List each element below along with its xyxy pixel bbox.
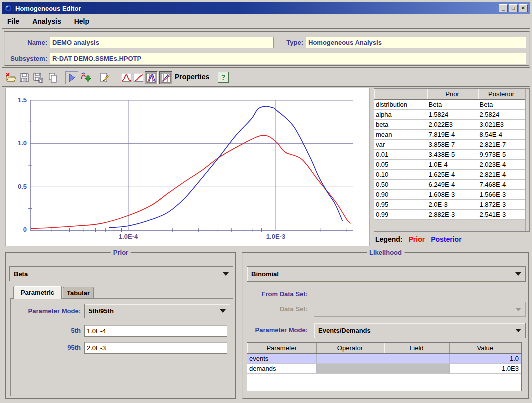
menu-file[interactable]: File [7,17,19,25]
y-tick-0: 0 [7,225,27,234]
pdf-curve-icon [121,72,132,83]
help-button[interactable]: ? [218,72,229,83]
y-tick-1-5: 1.5 [7,96,27,105]
stats-header-posterior: Posterior [478,89,525,99]
name-label: Name: [5,37,47,48]
tab-tabular[interactable]: Tabular [63,287,94,299]
chevron-down-icon [515,272,521,276]
tab-tabular-label: Tabular [67,289,90,297]
p5-field[interactable] [84,325,227,337]
table-row: alpha1.58242.5824 [374,109,525,119]
demands-parameter-cell[interactable]: demands [247,363,316,373]
x-tick-1e-3: 1.0E-3 [256,233,296,240]
legend-label: Legend: [375,235,402,243]
events-value-cell[interactable]: 1.0 [449,353,521,363]
save-button[interactable] [18,71,31,84]
type-field[interactable] [306,37,526,48]
table-row: 0.901.608E-31.566E-3 [374,189,525,199]
param-header-value: Value [449,343,521,353]
table-row: mean7.819E-48.54E-4 [374,129,525,139]
p95-field[interactable] [84,342,227,354]
edit-button[interactable] [98,71,111,84]
run-analysis-button[interactable] [65,71,78,84]
demands-value-cell[interactable]: 1.0E3 [449,363,521,373]
close-file-button[interactable] [4,71,17,84]
param-table-header-row: Parameter Operator Field Value [247,343,521,353]
table-row: 0.506.249E-47.468E-4 [374,179,525,189]
param-header-operator: Operator [316,343,384,353]
close-button[interactable]: ✕ [519,4,528,12]
likelihood-parameter-table: Parameter Operator Field Value events 1.… [247,342,522,391]
likelihood-panel: Likelihood Binomial From Data Set: Data … [242,252,529,399]
save-as-button[interactable] [32,71,45,84]
stats-table-scrollbar [525,89,530,231]
update-data-icon [80,72,91,83]
pdf-both-plot-button[interactable] [145,71,158,84]
cdf-both-plot-button[interactable] [159,71,172,84]
demands-operator-cell [316,363,384,373]
table-row: 0.051.0E-42.023E-4 [374,159,525,169]
data-set-select [314,302,526,317]
events-parameter-cell[interactable]: events [247,353,316,363]
param-header-field: Field [384,343,449,353]
legend-posterior: Posterior [431,235,461,243]
close-file-icon [5,72,16,83]
likelihood-distribution-select[interactable]: Binomial [247,266,526,282]
toolbar: Properties ? [2,67,530,87]
copy-button[interactable] [46,71,59,84]
p95-label: 95th [11,344,81,351]
chevron-down-icon [223,272,229,276]
pdf-plot-button[interactable] [120,71,133,84]
menu-help[interactable]: Help [74,17,89,25]
name-field[interactable] [50,37,274,48]
p5-label: 5th [11,327,81,334]
from-data-set-checkbox[interactable] [314,290,321,297]
prior-parameter-mode-select[interactable]: 5th/95th [84,304,230,318]
prior-distribution-select[interactable]: Beta [9,266,233,281]
param-row-demands[interactable]: demands 1.0E3 [247,363,521,373]
save-icon [19,72,30,83]
chevron-down-icon [220,309,226,313]
chart-legend: Legend: Prior Posterior [375,235,462,243]
cdf-curve-icon [133,72,144,83]
parameter-mode-label: Parameter Mode: [11,307,81,315]
subsystem-label: Subsystem: [5,53,47,64]
title-bar: Homogeneous Editor _ □ ✕ [2,2,530,14]
prior-parameter-mode-value: 5th/95th [89,307,114,315]
cdf-plot-button[interactable] [132,71,145,84]
events-field-cell [384,353,449,363]
prior-panel-title: Prior [111,249,131,256]
table-row: distributionBetaBeta [374,99,525,109]
stats-table: Prior Posterior distributionBetaBeta alp… [374,89,525,220]
pdf-both-curves-icon [146,72,157,83]
table-row: 0.013.438E-59.973E-5 [374,149,525,159]
chevron-down-icon [515,308,521,311]
properties-button[interactable]: Properties [175,73,209,81]
edit-icon [99,72,110,83]
window-title: Homogeneous Editor [15,5,499,12]
data-set-label: Data Set: [243,305,308,313]
app-icon [4,4,12,12]
legend-prior: Prior [408,235,425,243]
tab-parametric[interactable]: Parametric [13,286,62,299]
tab-parametric-label: Parametric [21,289,54,296]
likelihood-parameter-mode-select[interactable]: Events/Demands [314,323,526,338]
subsystem-field[interactable] [50,53,526,64]
table-row: 0.101.625E-42.821E-4 [374,169,525,179]
param-row-events[interactable]: events 1.0 [247,353,521,363]
events-operator-cell [316,353,384,363]
table-row: 0.992.882E-32.541E-3 [374,209,525,219]
type-label: Type: [255,37,303,48]
cdf-both-curves-icon [160,72,171,83]
maximize-button[interactable]: □ [509,4,518,12]
prior-panel: Prior Beta Parametric Tabular Parameter … [5,252,236,399]
update-data-button[interactable] [79,71,92,84]
stats-header-row: Prior Posterior [374,89,525,99]
analysis-info-panel: Name: Type: Subsystem: [4,31,530,66]
minimize-button[interactable]: _ [499,4,508,12]
from-data-set-label: From Data Set: [243,290,308,298]
demands-field-cell [384,363,449,373]
likelihood-parameter-mode-label: Parameter Mode: [243,326,308,334]
menu-analysis[interactable]: Analysis [32,17,61,25]
chart-canvas [6,88,370,247]
